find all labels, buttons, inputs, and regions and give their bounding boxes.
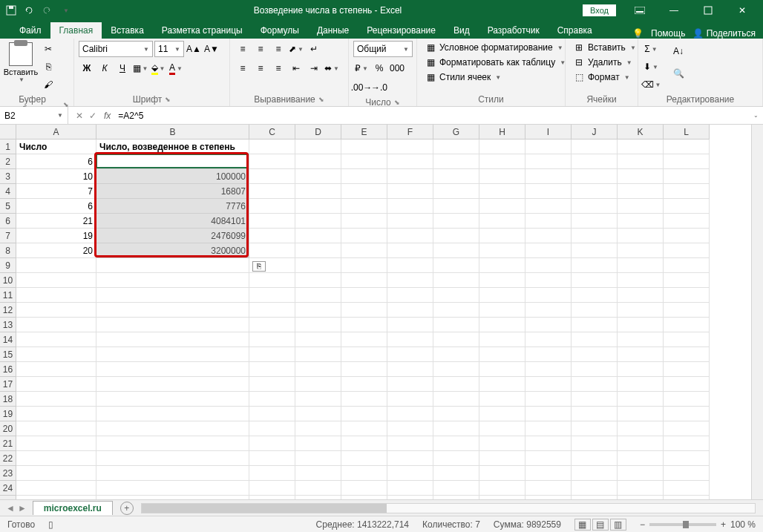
cell[interactable] — [664, 466, 710, 481]
row-header[interactable]: 5 — [0, 199, 16, 214]
cell[interactable] — [664, 377, 710, 392]
cell[interactable] — [96, 273, 249, 288]
cell[interactable] — [525, 199, 572, 214]
cell[interactable] — [618, 318, 664, 332]
cell[interactable] — [572, 139, 618, 154]
cell[interactable]: 7776 — [96, 199, 249, 214]
cell[interactable] — [618, 332, 664, 347]
cell[interactable] — [664, 496, 710, 499]
cell[interactable] — [433, 184, 479, 199]
cell[interactable] — [664, 288, 710, 303]
copy-icon[interactable]: ⎘ — [40, 59, 56, 75]
cell[interactable] — [295, 154, 341, 169]
save-icon[interactable] — [4, 4, 18, 17]
cell[interactable] — [295, 184, 341, 199]
cell[interactable] — [664, 332, 710, 347]
cell[interactable] — [249, 199, 295, 214]
fx-icon[interactable]: fx — [104, 111, 111, 121]
italic-button[interactable]: К — [96, 60, 113, 76]
cell[interactable] — [387, 377, 433, 392]
cell[interactable] — [572, 377, 618, 392]
cell[interactable] — [479, 362, 525, 377]
share-button[interactable]: 👤 Поделиться — [692, 28, 756, 39]
cell[interactable] — [341, 214, 387, 229]
col-header[interactable]: A — [16, 125, 96, 139]
cell[interactable] — [664, 436, 710, 451]
cell[interactable] — [433, 436, 479, 451]
cell[interactable] — [572, 273, 618, 288]
row-header[interactable]: 14 — [0, 332, 16, 347]
paste-button[interactable]: Вставить ▼ — [4, 41, 37, 85]
cell[interactable] — [387, 451, 433, 466]
cell[interactable] — [664, 258, 710, 273]
col-header[interactable]: F — [387, 125, 433, 139]
cell[interactable] — [525, 347, 572, 362]
cell[interactable] — [572, 318, 618, 332]
cell[interactable] — [525, 392, 572, 407]
col-header[interactable]: H — [479, 125, 525, 139]
cell[interactable] — [479, 421, 525, 436]
cell[interactable] — [387, 273, 433, 288]
col-header[interactable]: J — [572, 125, 618, 139]
cell[interactable] — [664, 154, 710, 169]
cell[interactable] — [16, 258, 96, 273]
cell[interactable] — [433, 407, 479, 421]
row-header[interactable]: 18 — [0, 392, 16, 407]
minimize-button[interactable]: — — [658, 0, 690, 21]
cell[interactable] — [479, 258, 525, 273]
normal-view-icon[interactable]: ▦ — [574, 519, 591, 531]
cell[interactable] — [664, 229, 710, 243]
cell[interactable] — [479, 169, 525, 184]
cell[interactable] — [249, 407, 295, 421]
login-button[interactable]: Вход — [583, 4, 616, 16]
cell[interactable]: 2476099 — [96, 229, 249, 243]
row-header[interactable]: 7 — [0, 229, 16, 243]
cell[interactable] — [387, 139, 433, 154]
cell[interactable]: 7776 — [96, 154, 249, 169]
cell[interactable] — [479, 184, 525, 199]
cell[interactable] — [341, 481, 387, 496]
enter-formula-icon[interactable]: ✓ — [89, 111, 96, 121]
cell[interactable] — [96, 258, 249, 273]
cell[interactable] — [16, 496, 96, 499]
cell[interactable] — [387, 496, 433, 499]
tab-главная[interactable]: Главная — [50, 22, 102, 39]
row-header[interactable]: 21 — [0, 436, 16, 451]
cell[interactable] — [664, 362, 710, 377]
orientation-icon[interactable]: ⬈▼ — [288, 41, 304, 57]
cell[interactable] — [618, 466, 664, 481]
cell[interactable] — [96, 347, 249, 362]
cell[interactable] — [572, 214, 618, 229]
cell[interactable]: 10 — [16, 169, 96, 184]
undo-icon[interactable] — [22, 4, 36, 17]
cell[interactable] — [341, 466, 387, 481]
cell[interactable] — [433, 169, 479, 184]
cell[interactable] — [16, 362, 96, 377]
cell[interactable] — [16, 436, 96, 451]
cell[interactable] — [618, 303, 664, 318]
row-header[interactable]: 4 — [0, 184, 16, 199]
help-link[interactable]: Помощь — [651, 28, 685, 39]
row-header[interactable]: 2 — [0, 154, 16, 169]
tab-вид[interactable]: Вид — [445, 22, 479, 39]
cell[interactable] — [525, 496, 572, 499]
cell[interactable] — [249, 243, 295, 258]
cell[interactable] — [433, 332, 479, 347]
cell[interactable] — [96, 481, 249, 496]
cell[interactable]: 16807 — [96, 184, 249, 199]
cell[interactable] — [525, 139, 572, 154]
underline-button[interactable]: Ч — [114, 60, 131, 76]
sort-filter-icon[interactable]: A↓ — [668, 41, 689, 62]
cell[interactable] — [572, 451, 618, 466]
cell[interactable] — [664, 421, 710, 436]
cell[interactable] — [387, 229, 433, 243]
cell[interactable]: 100000 — [96, 169, 249, 184]
cell[interactable] — [387, 154, 433, 169]
row-header[interactable]: 15 — [0, 347, 16, 362]
cell[interactable] — [96, 288, 249, 303]
page-break-view-icon[interactable]: ▥ — [610, 519, 626, 531]
align-middle-icon[interactable]: ≡ — [252, 41, 269, 57]
cell[interactable] — [295, 169, 341, 184]
row-header[interactable]: 3 — [0, 169, 16, 184]
font-size-combo[interactable]: ▼ — [154, 41, 184, 57]
